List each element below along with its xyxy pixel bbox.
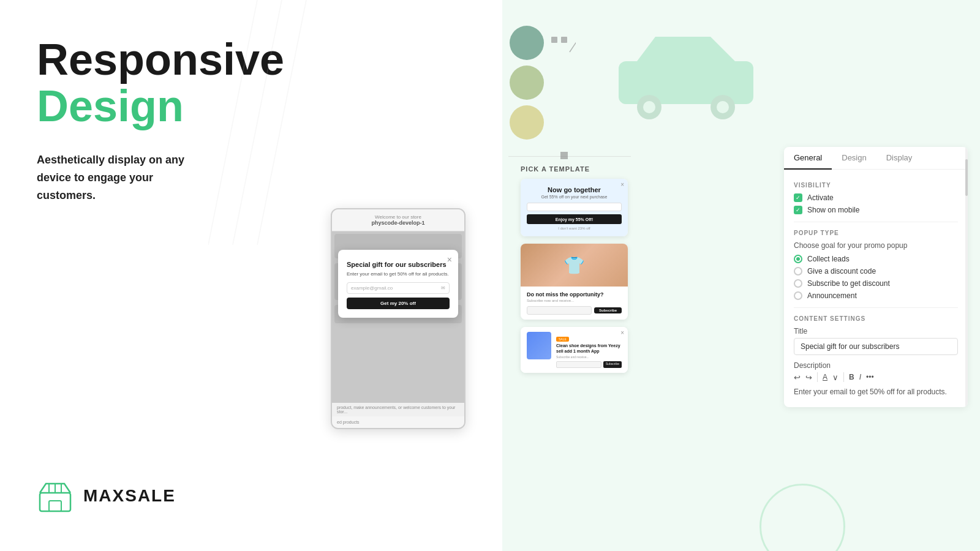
activate-checkbox-row[interactable]: ✓ Activate (794, 193, 958, 202)
card3-product-image (527, 332, 551, 359)
tab-general[interactable]: General (784, 147, 832, 170)
card3-email-input[interactable] (556, 361, 601, 368)
content-settings-title: CONTENT SETTINGS (794, 315, 958, 322)
toolbar-divider-2 (843, 372, 844, 382)
scrollbar-track (965, 147, 968, 407)
deco-car-svg (600, 12, 784, 122)
radio-announcement-btn[interactable] (794, 291, 802, 300)
phone-popup-desc: Enter your email to get 50% off for all … (347, 271, 450, 277)
card2-body: Do not miss the opportunity? Subscribe n… (521, 287, 628, 320)
description-field-label: Description (794, 361, 958, 370)
settings-tabs: General Design Display (784, 147, 968, 170)
template-card-2[interactable]: × 👕 Do not miss the opportunity? Subscri… (521, 244, 628, 320)
template-card-3[interactable]: × SALE Clean shoe designs from Yeezy sel… (521, 327, 628, 373)
radio-subscribe-discount-btn[interactable] (794, 279, 802, 288)
clothes-icon: 👕 (564, 255, 585, 276)
template-cards: × Now go together Get 55% off on your ne… (514, 179, 637, 373)
svg-rect-3 (40, 493, 70, 511)
divider-line (508, 156, 631, 157)
svg-line-0 (208, 0, 257, 245)
card2-inner: 👕 Do not miss the opportunity? Subscribe… (521, 244, 628, 320)
card2-email-input[interactable] (527, 306, 592, 315)
card3-input-row: Subscribe (556, 361, 622, 368)
checkmark-icon: ✓ (796, 195, 801, 201)
activate-checkbox[interactable]: ✓ (794, 193, 802, 202)
card2-input-row: Subscribe (527, 306, 622, 315)
settings-body: VISIBILITY ✓ Activate ✓ Show on mobile P… (784, 170, 968, 407)
store-icon (37, 478, 74, 514)
deco-circles-svg (502, 18, 576, 141)
radio-discount-code-btn[interactable] (794, 267, 802, 276)
card3-submit-btn[interactable]: Subscribe (603, 361, 622, 368)
card2-submit-btn[interactable]: Subscribe (594, 307, 622, 313)
show-mobile-label: Show on mobile (807, 206, 859, 214)
template-card-3-close[interactable]: × (620, 329, 624, 336)
undo-btn[interactable]: ↩ (794, 373, 801, 382)
more-options-btn[interactable]: ••• (866, 373, 874, 381)
svg-point-19 (717, 101, 729, 113)
svg-rect-12 (551, 37, 557, 43)
radio-collect-leads[interactable]: Collect leads (794, 255, 958, 263)
card3-sale-tag: SALE (556, 337, 569, 342)
pick-template-label: PICK A TEMPLATE (514, 165, 637, 173)
redo-btn[interactable]: ↪ (805, 373, 812, 382)
scrollbar-thumb[interactable] (965, 159, 968, 196)
template-card-1[interactable]: × Now go together Get 55% off on your ne… (521, 179, 628, 236)
phone-header: Welcome to our store physcode-develop-1 (332, 209, 464, 231)
store-url-display: physcode-develop-1 (338, 220, 458, 226)
tab-display[interactable]: Display (876, 147, 922, 170)
phone-bottom-bar: ed products (332, 416, 464, 428)
square-indicator (560, 152, 568, 159)
svg-point-11 (510, 105, 544, 140)
phone-body: × Special gift for our subscribers Enter… (332, 231, 464, 403)
toolbar-divider-1 (817, 372, 818, 382)
activate-label: Activate (807, 193, 834, 202)
phone-popup-close-icon[interactable]: × (447, 255, 452, 264)
show-mobile-checkbox-row[interactable]: ✓ Show on mobile (794, 206, 958, 214)
radio-subscribe-discount-label: Subscribe to get discount (807, 279, 890, 288)
card1-subtitle: Get 55% off on your next purchase (527, 195, 622, 199)
radio-subscribe-discount[interactable]: Subscribe to get discount (794, 279, 958, 288)
description-toolbar: ↩ ↪ A ∨ B I ••• (794, 372, 958, 382)
phone-footer: product, make announcements, or welcome … (332, 403, 464, 416)
card1-skip-link[interactable]: I don't want 23% off (527, 227, 622, 230)
logo-text: MAXSALE (83, 486, 176, 506)
card2-sub: Subscribe now and receive... (527, 299, 622, 302)
font-color-btn[interactable]: A (823, 373, 827, 381)
email-icon: ✉ (441, 285, 445, 291)
svg-point-18 (643, 101, 655, 113)
phone-popup-title: Special gift for our subscribers (347, 261, 450, 268)
popup-type-description: Choose goal for your promo popup (794, 241, 958, 250)
template-card-1-close[interactable]: × (620, 181, 624, 188)
radio-discount-code[interactable]: Give a discount code (794, 267, 958, 276)
chevron-down-icon[interactable]: ∨ (832, 373, 839, 382)
radio-announcement-label: Announcement (807, 291, 857, 300)
italic-btn[interactable]: I (859, 373, 861, 381)
phone-popup-submit-btn[interactable]: Get my 20% off (347, 298, 450, 309)
card1-title: Now go together (527, 186, 622, 193)
svg-line-14 (570, 34, 576, 52)
phone-footer-text: product, make announcements, or welcome … (337, 405, 455, 414)
show-mobile-checkbox[interactable]: ✓ (794, 206, 802, 214)
logo-area: MAXSALE (37, 478, 176, 514)
svg-rect-4 (49, 501, 61, 511)
radio-announcement[interactable]: Announcement (794, 291, 958, 300)
tab-design[interactable]: Design (832, 147, 876, 170)
phone-popup-input[interactable]: example@gmail.co ✉ (347, 282, 450, 294)
card2-title: Do not miss the opportunity? (527, 291, 622, 298)
title-field-input[interactable] (794, 338, 958, 355)
template-section: PICK A TEMPLATE × Now go together Get 55… (514, 165, 637, 373)
bold-btn[interactable]: B (849, 373, 854, 381)
svg-rect-15 (619, 61, 753, 104)
title-field-label: Title (794, 327, 958, 335)
card3-title: Clean shoe designs from Yeezy sell add 1… (556, 343, 622, 354)
description-text: Enter your email to get 50% off for all … (794, 387, 958, 397)
card3-content: SALE Clean shoe designs from Yeezy sell … (556, 332, 622, 368)
radio-collect-leads-btn[interactable] (794, 255, 802, 263)
svg-line-2 (257, 0, 306, 245)
radio-discount-code-label: Give a discount code (807, 267, 876, 276)
card1-submit-btn[interactable]: Enjoy my 55% Off! (527, 214, 622, 224)
card1-inner: Now go together Get 55% off on your next… (521, 179, 628, 236)
card1-email-input[interactable] (527, 203, 622, 211)
deco-lines (208, 0, 331, 245)
